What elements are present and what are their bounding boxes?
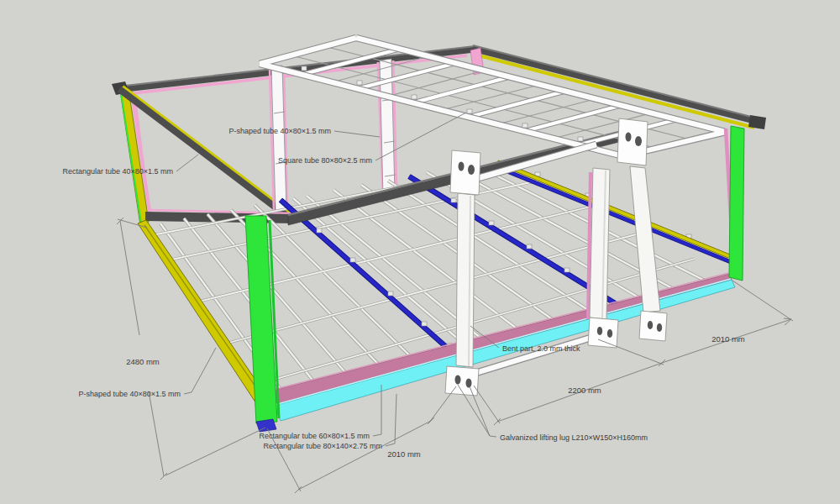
dim-text-2010-left: 2010 mm [387, 449, 421, 459]
corner-casting-top-right [617, 118, 648, 165]
south-post-blue-pad [256, 419, 276, 432]
label-rectangular-tube-80-140: Rectangular tube 80×140×2.75 mm [263, 442, 382, 450]
corner-fitting-east [748, 115, 766, 129]
label-rectangular-tube-60: Rectangular tube 60×80×1.5 mm [259, 432, 370, 440]
label-square-tube: Square tube 80×80×2.5 mm [278, 156, 372, 165]
container-frame-drawing: 2480 mm 2010 mm 2200 mm 2010 mm P-shaped… [0, 0, 840, 504]
lifting-lug-hole-right [466, 379, 472, 388]
lifting-lug-hole-left [455, 375, 461, 385]
label-p-shaped-tube-top: P-shaped tube 40×80×1.5 mm [228, 127, 331, 135]
label-p-shaped-tube-bottom: P-shaped tube 40×80×1.5 mm [78, 390, 181, 398]
corner-casting-top-left [450, 150, 480, 195]
dim-text-2480: 2480 mm [126, 357, 160, 366]
corner-casting-foot-right [588, 318, 618, 348]
p-shaped-column-left [270, 66, 287, 212]
dim-text-2010-right: 2010 mm [711, 334, 745, 344]
label-bent-part: Bent part, 2.0 mm thick [502, 344, 580, 353]
east-corner-post-green [729, 126, 744, 281]
label-lifting-lug: Galvanized lifting lug L210×W150×H160mm [500, 433, 648, 442]
cad-viewport[interactable]: 2480 mm 2010 mm 2200 mm 2010 mm P-shaped… [0, 0, 840, 504]
label-rectangular-tube-40: Rectangular tube 40×80×1.5 mm [62, 167, 173, 176]
corner-casting-foot-far-right [639, 311, 667, 341]
dim-text-2200: 2200 mm [568, 386, 601, 395]
